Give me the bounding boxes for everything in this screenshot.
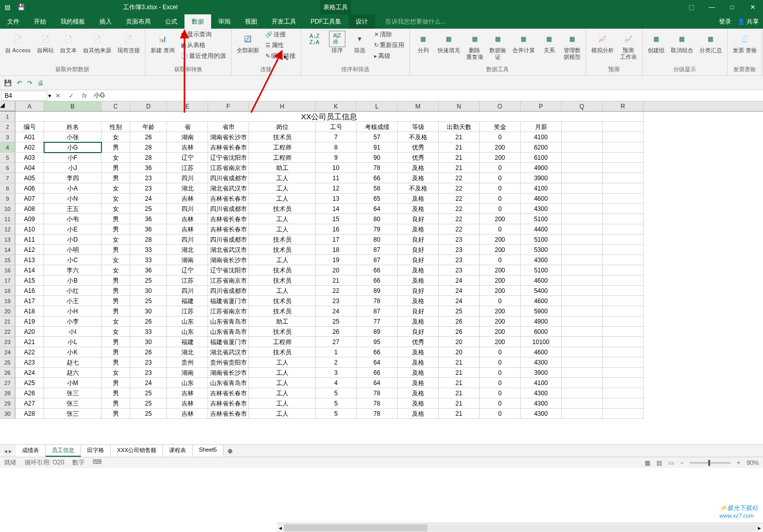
cell[interactable]: A19 [15, 316, 44, 327]
cell[interactable]: 月薪 [521, 122, 562, 132]
tab-design[interactable]: 设计 [348, 14, 375, 29]
tab-home[interactable]: 开始 [27, 14, 53, 29]
cell[interactable]: 4900 [521, 163, 562, 173]
cell[interactable]: 95 [357, 337, 398, 347]
row-header-30[interactable]: 30 [0, 409, 15, 419]
cell[interactable]: 25 [130, 296, 167, 306]
cell[interactable]: 吉林 [167, 224, 208, 235]
cell[interactable] [603, 388, 644, 398]
cell[interactable]: 吉林省长春市 [208, 388, 249, 398]
cell[interactable]: 男 [101, 398, 130, 409]
cell[interactable]: 张三 [44, 409, 101, 419]
cell[interactable]: 及格 [398, 357, 439, 368]
cell[interactable]: 30 [130, 337, 167, 347]
cell[interactable]: 技术员 [249, 306, 316, 316]
cell[interactable]: 5100 [521, 214, 562, 224]
cell[interactable]: 辽宁 [167, 153, 208, 163]
cell[interactable]: 小N [44, 194, 101, 204]
ext-自其他来源[interactable]: 📄自其他来源 [81, 30, 113, 55]
cell[interactable]: 辽宁省沈阳市 [208, 265, 249, 275]
cell[interactable]: 良好 [398, 306, 439, 316]
cell[interactable]: 20 [439, 347, 480, 357]
row-header-10[interactable]: 10 [0, 204, 15, 214]
cell[interactable]: 小韦 [44, 214, 101, 224]
cell[interactable]: 5 [316, 388, 357, 398]
cell[interactable]: 吉林省长春市 [208, 142, 249, 153]
cell[interactable]: 良好 [398, 255, 439, 265]
select-all-corner[interactable]: ◢ [0, 101, 15, 111]
tool-快速填充[interactable]: ▦快速填充 [436, 30, 462, 55]
enter-icon[interactable]: ✓ [65, 92, 78, 99]
cell[interactable] [603, 327, 644, 337]
cell[interactable]: A14 [15, 265, 44, 275]
cell[interactable] [603, 204, 644, 214]
close-icon[interactable]: ✕ [743, 0, 763, 14]
cell[interactable]: 25 [130, 275, 167, 286]
cell[interactable]: 91 [357, 142, 398, 153]
row-header-11[interactable]: 11 [0, 214, 15, 224]
cell[interactable]: 25 [130, 204, 167, 214]
cell[interactable]: 200 [480, 306, 521, 316]
row-header-24[interactable]: 24 [0, 347, 15, 357]
cell[interactable]: 技术员 [249, 204, 316, 214]
cell[interactable]: 工程师 [249, 337, 316, 347]
cell[interactable]: 22 [439, 183, 480, 194]
cell[interactable] [562, 306, 603, 316]
cell[interactable] [603, 296, 644, 306]
row-header-2[interactable]: 2 [0, 122, 15, 132]
cell[interactable] [603, 245, 644, 255]
cell[interactable]: 男 [101, 306, 130, 316]
cell[interactable]: 25 [130, 398, 167, 409]
cell[interactable]: 66 [357, 368, 398, 378]
cell[interactable]: 5100 [521, 265, 562, 275]
cell[interactable]: 26 [130, 316, 167, 327]
cell[interactable]: 吉林省长春市 [208, 398, 249, 409]
forecast-模拟分析[interactable]: 📈模拟分析 [589, 30, 616, 55]
cell[interactable]: 0 [480, 409, 521, 419]
cell[interactable]: 小B [44, 275, 101, 286]
cell[interactable]: 吉林省长春市 [208, 224, 249, 235]
minimize-icon[interactable]: — [702, 0, 722, 14]
view-pagebreak-icon[interactable]: ▭ [668, 459, 674, 466]
row-header-6[interactable]: 6 [0, 163, 15, 173]
cell[interactable] [603, 368, 644, 378]
cell[interactable]: A21 [15, 337, 44, 347]
cell[interactable]: A27 [15, 398, 44, 409]
cell[interactable]: 男 [101, 388, 130, 398]
qat-save-icon[interactable]: 💾 [14, 4, 28, 11]
print-icon[interactable]: 🖨 [37, 79, 44, 87]
cell[interactable]: 编号 [15, 122, 44, 132]
cell[interactable]: 及格 [398, 409, 439, 419]
cell[interactable] [603, 122, 644, 132]
cell[interactable]: 21 [439, 142, 480, 153]
cell[interactable]: 小王 [44, 296, 101, 306]
cell[interactable]: 江苏省南京市 [208, 163, 249, 173]
cell[interactable]: 小C [44, 255, 101, 265]
cell[interactable]: 及格 [398, 224, 439, 235]
cell[interactable] [603, 214, 644, 224]
tool-合并计算[interactable]: ▦合并计算 [510, 30, 537, 55]
cell[interactable]: 22 [439, 204, 480, 214]
cell[interactable]: 13 [316, 194, 357, 204]
cell[interactable]: 0 [480, 398, 521, 409]
cell[interactable]: 78 [357, 163, 398, 173]
cell[interactable]: A04 [15, 163, 44, 173]
cell[interactable]: 工人 [249, 194, 316, 204]
cell[interactable] [562, 275, 603, 286]
cell[interactable]: 技术员 [249, 275, 316, 286]
cell[interactable]: 湖北省武汉市 [208, 245, 249, 255]
col-header-B[interactable]: B [44, 101, 101, 111]
row-header-26[interactable]: 26 [0, 368, 15, 378]
cell[interactable]: 21 [439, 357, 480, 368]
cell[interactable]: 66 [357, 347, 398, 357]
cell[interactable]: 小明 [44, 245, 101, 255]
cell[interactable]: 男 [101, 163, 130, 173]
cell[interactable]: 姓名 [44, 122, 101, 132]
tab-insert[interactable]: 插入 [92, 14, 119, 29]
spreadsheet-grid[interactable]: ◢ABCDEFHKLMNOPQR 1XX公司员工信息2编号姓名性别年龄省省市岗位… [0, 101, 763, 444]
cell[interactable] [562, 245, 603, 255]
cell[interactable]: 男 [101, 214, 130, 224]
cell[interactable]: 22 [439, 224, 480, 235]
cell[interactable]: 省 [167, 122, 208, 132]
cell[interactable] [603, 286, 644, 296]
